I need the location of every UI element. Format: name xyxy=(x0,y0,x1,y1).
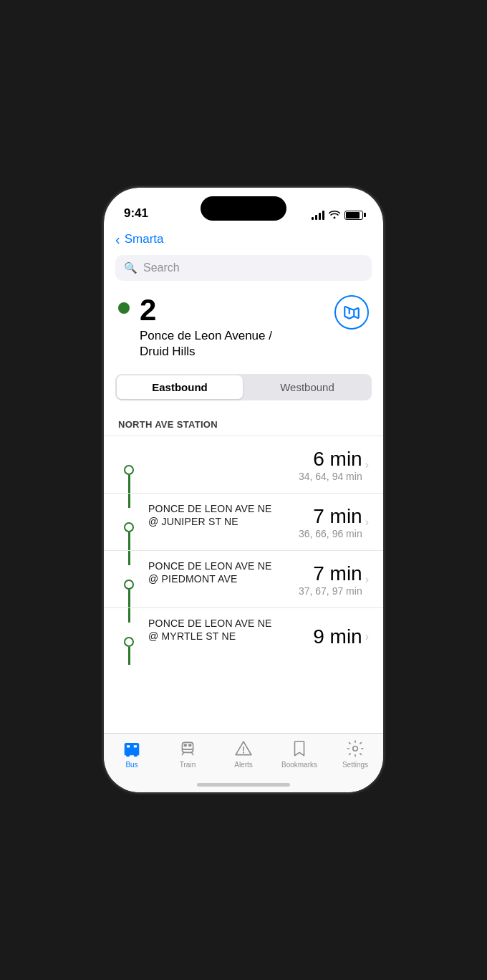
stop-times-myrtle: 9 min xyxy=(313,608,362,665)
tab-eastbound[interactable]: Eastbound xyxy=(117,375,243,399)
home-indicator xyxy=(197,783,290,787)
stop-name-juniper: PONCE DE LEON AVE NE@ JUNIPER ST NE xyxy=(148,502,299,528)
signal-icon xyxy=(312,210,324,220)
phone-screen: 9:41 xyxy=(104,188,383,792)
stop-name-myrtle: PONCE DE LEON AVE NE@ MYRTLE ST NE xyxy=(148,617,313,643)
stop-times-juniper: 7 min 36, 66, 96 min xyxy=(299,494,362,550)
stop-name-piedmont: PONCE DE LEON AVE NE@ PIEDMONT AVE xyxy=(148,559,299,585)
next-time: 6 min xyxy=(313,448,362,471)
tab-settings-label: Settings xyxy=(342,761,368,769)
main-content: ‹ Smarta 🔍 Search 2 Ponce de Leon Avenue… xyxy=(104,226,383,733)
search-bar[interactable]: 🔍 Search xyxy=(115,255,372,281)
tab-train[interactable]: Train xyxy=(160,739,216,769)
stop-times-north-ave: 6 min 34, 64, 94 min xyxy=(299,436,362,493)
map-button[interactable] xyxy=(334,295,369,330)
tab-alerts-label: Alerts xyxy=(234,761,253,769)
stop-content-juniper: PONCE DE LEON AVE NE@ JUNIPER ST NE xyxy=(148,494,299,550)
route-details: 2 Ponce de Leon Avenue / Druid Hills xyxy=(140,295,297,360)
bookmarks-icon xyxy=(290,739,309,758)
status-icons xyxy=(312,209,363,221)
search-input[interactable]: Search xyxy=(143,261,180,274)
chevron-right-icon: › xyxy=(362,436,369,493)
svg-rect-7 xyxy=(184,744,187,747)
nav-bar: ‹ Smarta xyxy=(104,226,383,255)
bus-icon xyxy=(122,739,141,758)
svg-rect-2 xyxy=(133,745,137,748)
tab-bookmarks-label: Bookmarks xyxy=(281,761,317,769)
stop-line-piedmont xyxy=(118,551,140,607)
chevron-right-icon: › xyxy=(362,551,369,607)
tab-settings[interactable]: Settings xyxy=(327,739,383,769)
route-info: 2 Ponce de Leon Avenue / Druid Hills xyxy=(118,295,297,360)
stop-content-piedmont: PONCE DE LEON AVE NE@ PIEDMONT AVE xyxy=(148,551,299,607)
tab-train-label: Train xyxy=(180,761,196,769)
wifi-icon xyxy=(329,209,340,221)
route-number: 2 xyxy=(140,295,297,325)
back-label: Smarta xyxy=(125,232,164,246)
svg-rect-6 xyxy=(182,742,193,752)
back-chevron-icon: ‹ xyxy=(115,232,120,246)
stop-circle xyxy=(124,637,134,647)
status-time: 9:41 xyxy=(124,206,148,221)
other-times: 34, 64, 94 min xyxy=(299,471,362,482)
settings-icon xyxy=(346,739,365,758)
route-name: Ponce de Leon Avenue / Druid Hills xyxy=(140,328,297,360)
search-icon: 🔍 xyxy=(124,261,138,274)
svg-rect-8 xyxy=(188,744,191,747)
chevron-right-icon: › xyxy=(362,608,369,665)
stop-item-north-ave[interactable]: 6 min 34, 64, 94 min › xyxy=(104,436,383,493)
next-time: 7 min xyxy=(313,562,362,585)
stop-item-juniper[interactable]: PONCE DE LEON AVE NE@ JUNIPER ST NE 7 mi… xyxy=(104,493,383,550)
stop-content-myrtle: PONCE DE LEON AVE NE@ MYRTLE ST NE xyxy=(148,608,313,665)
chevron-right-icon: › xyxy=(362,494,369,550)
stop-circle xyxy=(124,522,134,532)
stop-item-piedmont[interactable]: PONCE DE LEON AVE NE@ PIEDMONT AVE 7 min… xyxy=(104,550,383,607)
train-icon xyxy=(178,739,197,758)
tab-bus-label: Bus xyxy=(125,761,138,769)
alerts-icon xyxy=(234,739,253,758)
svg-point-12 xyxy=(353,746,358,751)
svg-point-11 xyxy=(243,751,244,753)
direction-tabs: Eastbound Westbound xyxy=(115,374,372,400)
dynamic-island xyxy=(201,196,286,221)
tab-bookmarks[interactable]: Bookmarks xyxy=(271,739,327,769)
stop-circle xyxy=(124,465,134,475)
stop-content-north-ave xyxy=(148,436,299,493)
station-header-north-ave: NORTH AVE STATION xyxy=(104,412,383,436)
route-header: 2 Ponce de Leon Avenue / Druid Hills xyxy=(104,295,383,374)
stop-item-myrtle[interactable]: PONCE DE LEON AVE NE@ MYRTLE ST NE 9 min… xyxy=(104,607,383,665)
stop-times-piedmont: 7 min 37, 67, 97 min xyxy=(299,551,362,607)
stop-line-juniper xyxy=(118,494,140,550)
svg-rect-5 xyxy=(125,751,139,754)
stop-circle xyxy=(124,580,134,590)
phone-frame: 9:41 xyxy=(104,188,383,792)
back-button[interactable]: ‹ Smarta xyxy=(115,232,163,246)
other-times: 36, 66, 96 min xyxy=(299,528,362,539)
stop-line-myrtle xyxy=(118,608,140,665)
svg-rect-1 xyxy=(126,745,130,748)
tab-westbound[interactable]: Westbound xyxy=(244,375,370,399)
stops-section: NORTH AVE STATION 6 min 34, 64, 94 min › xyxy=(104,412,383,665)
other-times: 37, 67, 97 min xyxy=(299,585,362,597)
next-time: 9 min xyxy=(313,625,362,648)
next-time: 7 min xyxy=(313,505,362,528)
route-dot xyxy=(118,302,130,314)
battery-icon xyxy=(344,211,363,220)
stop-line-north-ave xyxy=(118,436,140,493)
tab-bus[interactable]: Bus xyxy=(104,739,160,769)
tab-alerts[interactable]: Alerts xyxy=(216,739,271,769)
